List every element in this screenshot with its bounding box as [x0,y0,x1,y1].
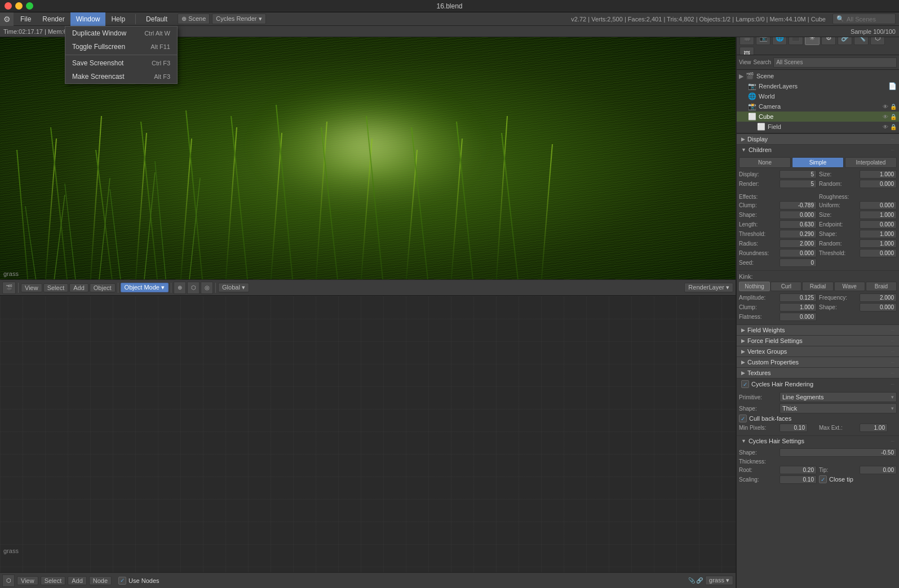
endpoint-value[interactable]: 0.000 [860,220,897,229]
kink-shape-value[interactable]: 0.000 [860,303,897,311]
cycles-hair-checkbox[interactable] [741,380,749,388]
children-section-header[interactable]: ▼ Children ··· [737,144,899,155]
add-menu-btn[interactable]: Add [69,283,88,292]
roundness-value[interactable]: 0.000 [780,249,817,257]
node-select-btn[interactable]: Select [41,576,66,585]
rough-shape-value[interactable]: 1.000 [860,230,897,238]
view-menu-btn[interactable]: View [21,283,42,292]
object-mode-select[interactable]: Object Mode ▾ [121,283,169,292]
children-tab-interpolated[interactable]: Interpolated [845,157,897,168]
menu-render[interactable]: Render [37,12,70,26]
menu-default[interactable]: Default [140,12,173,26]
max-ext-value[interactable]: 1.00 [860,424,888,432]
prop-tab-texture[interactable]: 🖼 [739,47,754,55]
viewport-overlay-icon[interactable]: ◎ [201,282,213,294]
menu-duplicate-window[interactable]: Duplicate Window Ctrl Alt W [65,26,177,40]
prop-tab-modifier[interactable]: 🔧 [854,37,869,45]
cull-backfaces-checkbox[interactable] [739,415,747,422]
prop-tab-world[interactable]: 🌐 [772,37,787,45]
tip-value[interactable]: 0.00 [860,466,897,474]
use-nodes-checkbox[interactable] [118,577,126,585]
prop-tab-constraints[interactable]: 🔗 [838,37,852,45]
kink-btn-curl[interactable]: Curl [770,282,801,291]
field-weights-header[interactable]: ▶ Field Weights ··· [737,324,899,335]
kink-clump-value[interactable]: 1.000 [780,303,817,311]
primitive-select[interactable]: Line Segments ▾ [780,392,897,402]
scene-search[interactable] [847,16,892,23]
outliner-scene[interactable]: ▶ 🎬 Scene [737,71,899,81]
textures-header[interactable]: ▶ Textures ··· [737,367,899,378]
blender-icon[interactable]: ⚙ [0,12,14,26]
node-editor[interactable]: Geometry Position Normal Tangent [0,296,736,588]
force-field-header[interactable]: ▶ Force Field Settings ··· [737,335,899,346]
prop-tab-render[interactable]: 🎬 [739,37,754,45]
random-value[interactable]: 0.000 [860,180,897,188]
prop-tab-scene[interactable]: 📷 [756,37,770,45]
close-tip-checkbox[interactable] [819,475,827,483]
menu-save-screenshot[interactable]: Save Screenshot Ctrl F3 [65,56,177,70]
threshold-value[interactable]: 0.290 [780,230,817,238]
kink-btn-wave[interactable]: Wave [834,282,865,291]
amplitude-value[interactable]: 0.125 [780,293,817,302]
frequency-value[interactable]: 2.000 [860,293,897,302]
outliner-camera[interactable]: 📸 Camera 👁 🔒 [737,101,899,112]
prop-tab-object[interactable]: ⬛ [789,37,803,45]
display-value[interactable]: 5 [780,170,817,179]
rough-size-value[interactable]: 1.000 [860,211,897,219]
outliner-search[interactable]: All Scenes [773,57,897,68]
node-node-btn[interactable]: Node [89,576,112,585]
seed-value[interactable]: 0 [780,259,817,267]
node-editor-icon[interactable]: ⬡ [2,574,15,587]
outliner-renderlayers[interactable]: 📷 RenderLayers 📄 [737,81,899,91]
root-value[interactable]: 0.20 [780,466,817,474]
prop-tab-material[interactable]: ⬡ [870,37,885,45]
select-menu-btn[interactable]: Select [43,283,69,292]
prop-tab-particles[interactable]: ✳ [805,37,820,45]
menu-toggle-fullscreen[interactable]: Toggle Fullscreen Alt F11 [65,40,177,54]
shape-value[interactable]: 0.000 [780,211,817,219]
size-value[interactable]: 1.000 [860,170,897,179]
outliner-world[interactable]: 🌐 World [737,91,899,101]
radius-value[interactable]: 2.000 [780,239,817,248]
custom-props-header[interactable]: ▶ Custom Properties ··· [737,357,899,367]
viewport-shading-icon[interactable]: ⬡ [187,282,200,294]
scaling-value[interactable]: 0.10 [780,475,817,484]
kink-btn-nothing[interactable]: Nothing [739,282,770,291]
global-select[interactable]: Global ▾ [218,283,249,292]
rough-random-value[interactable]: 1.000 [860,239,897,248]
menu-make-screencast[interactable]: Make Screencast Alt F3 [65,70,177,83]
node-scene-select[interactable]: grass ▾ [705,576,733,585]
children-tab-none[interactable]: None [739,157,791,168]
cycles-hair-rendering-header[interactable]: Cycles Hair Rendering ··· [737,378,899,390]
clump-value[interactable]: -0.789 [780,201,817,210]
shape-select[interactable]: Thick ▾ [780,403,897,413]
node-add-btn[interactable]: Add [68,576,87,585]
kink-btn-radial[interactable]: Radial [802,282,833,291]
flatness-value[interactable]: 0.000 [780,313,817,321]
display-section-header[interactable]: ▶ Display ··· [737,133,899,144]
outliner-field[interactable]: ⬜ Field 👁 🔒 [737,122,899,132]
menu-file[interactable]: File [15,12,37,26]
outliner-cube[interactable]: ⬜ Cube 👁 🔒 [737,112,899,122]
min-pixels-value[interactable]: 0.10 [780,424,808,432]
menu-window[interactable]: Window [70,12,106,26]
prop-tab-physics[interactable]: ⚙ [821,37,836,45]
maximize-button[interactable] [26,2,33,10]
viewport-tool-icon[interactable]: ⊕ [174,282,186,294]
render-layer-select[interactable]: RenderLayer ▾ [684,283,733,292]
children-tab-simple[interactable]: Simple [792,157,844,168]
menu-help[interactable]: Help [105,12,131,26]
length-value[interactable]: 0.630 [780,220,817,229]
cycles-hair-settings-header[interactable]: ▼ Cycles Hair Settings ··· [737,435,899,446]
uniform-value[interactable]: 0.000 [860,201,897,210]
engine-select[interactable]: Cycles Render ▾ [212,14,265,24]
close-button[interactable] [5,2,12,10]
rough-threshold-value[interactable]: 0.000 [860,249,897,257]
node-view-btn[interactable]: View [17,576,38,585]
hair-shape-value[interactable]: -0.50 [780,448,897,457]
vertex-groups-header[interactable]: ▶ Vertex Groups ··· [737,346,899,357]
minimize-button[interactable] [15,2,23,10]
kink-btn-braid[interactable]: Braid [866,282,897,291]
viewport-icon[interactable]: 🎬 [2,282,16,294]
object-menu-btn[interactable]: Object [90,283,116,292]
